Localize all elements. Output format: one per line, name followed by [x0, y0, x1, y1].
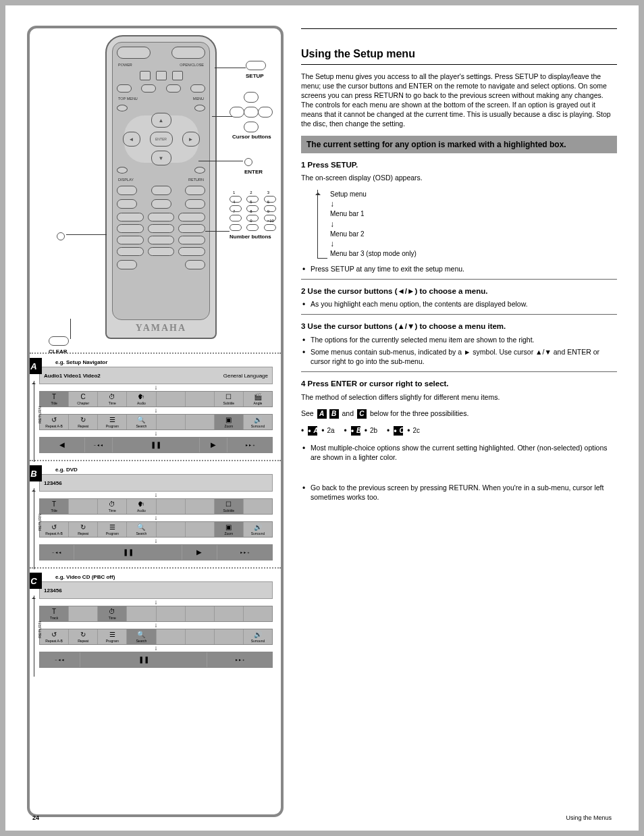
- ff-step-button: [141, 84, 156, 93]
- section-note-a: e.g. Setup Navigator: [55, 359, 273, 365]
- remote-body: POWEROPEN/CLOSE TOP MENUMENU: [105, 35, 217, 339]
- abc-options: A 2a B 2b C 2c: [301, 425, 617, 436]
- iconbar-c1: TTrack ⏱Time: [39, 606, 273, 622]
- iconbar-a2: ↺Repeat A-B ↻Repeat ☰Program 🔍Search ▣Zo…: [39, 414, 273, 430]
- down-button: ▼: [151, 151, 171, 165]
- setup-callout: SETUP: [246, 61, 266, 79]
- repeat-button: [117, 199, 137, 209]
- display-button: [117, 167, 128, 174]
- intro-text: The Setup menu gives you access to all t…: [301, 72, 617, 129]
- random-button: [185, 199, 205, 209]
- pause-button: [156, 71, 167, 80]
- brand-logo: YAMAHA: [136, 320, 186, 338]
- page-number: 24: [32, 814, 39, 821]
- section-letter-c: C: [27, 573, 42, 589]
- clear-button: [185, 260, 205, 269]
- clear-callout: CLEAR: [49, 336, 69, 355]
- menu-example-c: C e.g. Video CD (PBC off) RETURN 123456 …: [30, 569, 281, 675]
- rew-scan-button: [166, 84, 181, 93]
- step4-note2: Go back to the previous screen by pressi…: [301, 483, 617, 502]
- play-button: [172, 71, 183, 80]
- topbar-a: Audio1 Video1 Video2 General Language: [39, 367, 273, 384]
- step1-title: 1 Press SETUP.: [301, 160, 617, 171]
- text-column: Using the Setup menu The Setup menu give…: [301, 26, 617, 817]
- left-button: ◄: [123, 132, 140, 147]
- setup-button: [117, 260, 137, 269]
- iconbar-a1: TTitle CChapter ⏱Time 🗣Audio ☐Subtitle 🎬…: [39, 391, 273, 407]
- menu-example-b: B e.g. DVD RETURN 123456 ↓ TTitle ⏱Time …: [30, 461, 281, 567]
- section-letter-a: A: [27, 358, 42, 374]
- flow-note: Press SETUP at any time to exit the setu…: [301, 264, 617, 273]
- section-letter-b: B: [27, 465, 42, 481]
- section-note-b: e.g. DVD: [55, 467, 273, 473]
- subtitle-button: [117, 186, 137, 195]
- stop-button: [140, 71, 151, 80]
- topbar-b: 123456: [39, 474, 273, 492]
- step2-note: As you highlight each menu option, the c…: [301, 299, 617, 309]
- menu-example-a: A e.g. Setup Navigator RETURN Audio1 Vid…: [30, 354, 281, 460]
- power-button: [117, 47, 151, 59]
- step2-title: 2 Use the cursor buttons (◄/►) to choose…: [301, 286, 617, 297]
- iconbar-b1: TTitle ⏱Time 🗣Audio ☐Subtitle: [39, 498, 273, 515]
- enter-callout: ENTER: [244, 157, 263, 175]
- rew-step-button: [117, 84, 132, 93]
- right-button: ►: [182, 132, 200, 147]
- step4-note1: Most multiple-choice options show the cu…: [301, 443, 617, 462]
- topbar-c: 123456: [39, 581, 273, 599]
- menu-button: [194, 105, 205, 111]
- numbers-callout: 123 456 789 0>10 Number buttons: [230, 196, 277, 240]
- highlight-bar: The current setting for any option is ma…: [301, 136, 617, 153]
- step3-title: 3 Use the cursor buttons (▲/▼) to choose…: [301, 321, 617, 332]
- return-button: [194, 167, 205, 174]
- remote-illustration: POWEROPEN/CLOSE TOP MENUMENU: [30, 28, 281, 352]
- enter-button: ENTER: [150, 132, 173, 147]
- audio-button: [151, 186, 171, 195]
- transport-a: ◀ – ◄◄ ❚❚ ▶ ►► +: [39, 437, 273, 453]
- page-footer: Using the Menus: [566, 814, 612, 821]
- section-note-c: e.g. Video CD (PBC off): [55, 574, 273, 580]
- cursor-callout: Cursor buttons: [232, 93, 271, 140]
- step1-body: The on-screen display (OSD) appears.: [301, 173, 617, 182]
- iconbar-b2: ↺Repeat A-B ↻Repeat ☰Program 🔍Search ▣Zo…: [39, 521, 273, 538]
- transport-b: – ◄◄ ❚❚ ▶ ►► +: [39, 544, 273, 560]
- number-pad: [117, 213, 205, 256]
- angle-button: [185, 186, 205, 195]
- ff-scan-button: [190, 84, 205, 93]
- abc-intro: See AB and C below for the three possibi…: [301, 409, 617, 419]
- dpad-cluster: ▲ ▼ ◄ ► ENTER: [124, 115, 198, 163]
- step4-title: 4 Press ENTER or cursor right to select.: [301, 379, 617, 390]
- setup-left-callout: [57, 231, 65, 243]
- step3-note1: The options for the currently selected m…: [301, 335, 617, 344]
- up-button: ▲: [151, 113, 171, 128]
- step3-note2: Some menus contain sub-menus, indicated …: [301, 347, 617, 366]
- iconbar-c2: ↺Repeat A-B ↻Repeat ☰Program 🔍Search 🔊Su…: [39, 629, 273, 645]
- top-menu-button: [117, 105, 128, 111]
- step4-sub: The method of selection differs slightly…: [301, 392, 617, 402]
- open-close-button: [171, 47, 205, 59]
- transport-c: – ◄◄ ❚❚ ►► +: [39, 652, 273, 668]
- flow-diagram: Setup menu ↓ Menu bar 1 ↓ Menu bar 2 ↓ M…: [317, 190, 617, 259]
- page-title: Using the Setup menu: [301, 47, 617, 61]
- ab-button: [151, 199, 171, 209]
- illustration-panel: POWEROPEN/CLOSE TOP MENUMENU: [27, 26, 284, 817]
